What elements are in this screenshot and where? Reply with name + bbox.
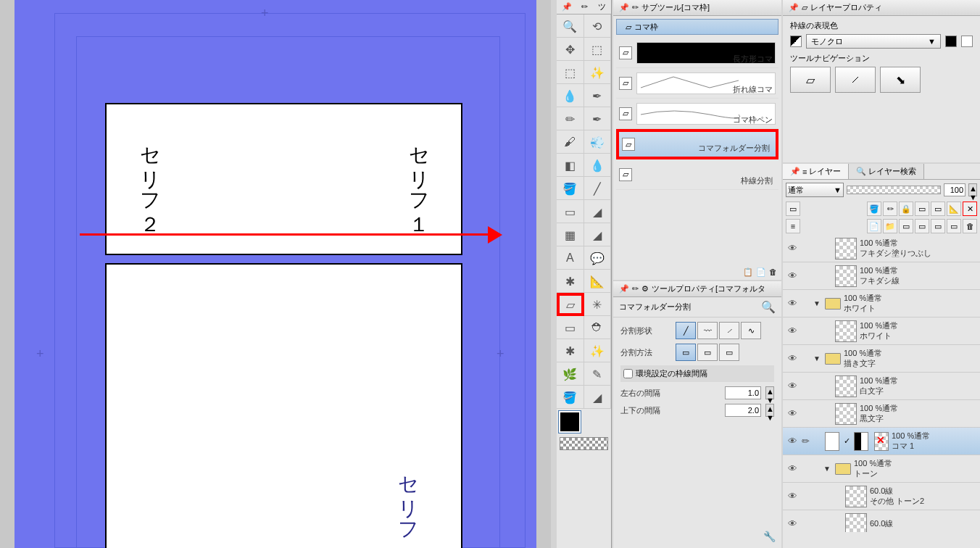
pin-icon[interactable]: 📌 <box>619 284 629 294</box>
nav-btn-2[interactable]: ⟋ <box>835 67 876 93</box>
layer-btn[interactable]: ▭ <box>786 202 800 216</box>
transparent-color[interactable] <box>560 437 608 450</box>
comic-panel-2[interactable]: セリフ <box>105 263 462 548</box>
marquee-tool[interactable]: ⬚ <box>557 61 584 84</box>
tb-spinner[interactable]: ▲▼ <box>765 404 774 417</box>
shape-free-btn[interactable]: ∿ <box>741 322 761 339</box>
layer-btn[interactable]: ≡ <box>786 219 800 233</box>
visibility-toggle[interactable]: 👁 <box>786 380 799 393</box>
blend-tool[interactable]: 💧 <box>584 154 612 177</box>
black-swatch[interactable] <box>945 36 957 47</box>
shape-line-btn[interactable]: ╱ <box>676 322 696 339</box>
nav-btn-1[interactable]: ▱ <box>790 67 831 93</box>
checkbox[interactable] <box>623 369 633 378</box>
visibility-toggle[interactable]: 👁 <box>786 490 799 503</box>
layer-btn-lock[interactable]: 🔒 <box>899 202 913 216</box>
new-layer-btn[interactable]: 📄 <box>867 219 881 233</box>
tool-b[interactable]: ◢ <box>584 200 612 223</box>
comic-panel-1[interactable]: セリフ１ セリフ２ <box>105 103 462 255</box>
text-serif-2[interactable]: セリフ２ <box>136 133 163 223</box>
airbrush-tool[interactable]: 💨 <box>584 130 612 154</box>
layer-btn-b[interactable]: ▭ <box>931 202 945 216</box>
new-folder-btn[interactable]: 📁 <box>883 219 897 233</box>
nav-btn-3[interactable]: ⬊ <box>880 67 921 93</box>
visibility-toggle[interactable]: 👁 <box>786 325 799 338</box>
subtool-category[interactable]: ▱ コマ枠 <box>616 19 778 35</box>
layer-item[interactable]: 👁60.0線 <box>783 510 980 532</box>
layer-item[interactable]: 👁✏✓100 %通常コマ 1 <box>783 428 980 455</box>
shape-curve-btn[interactable]: ⟋ <box>719 322 739 339</box>
layer-btn-pen[interactable]: ✏ <box>883 202 897 216</box>
foreground-color[interactable] <box>559 411 581 433</box>
method-btn-2[interactable]: ▭ <box>697 344 718 361</box>
fill-tool[interactable]: 🪣 <box>557 177 584 200</box>
clipboard-icon[interactable]: 📋 <box>743 267 753 277</box>
layer-btn-x[interactable]: ✕ <box>963 202 977 216</box>
layer-btn[interactable]: ▭ <box>915 219 929 233</box>
balloon-tool[interactable]: 💬 <box>584 246 612 270</box>
visibility-toggle[interactable]: 👁 <box>786 435 799 448</box>
layer-tree[interactable]: 👁100 %通常フキダシ塗りつぶし👁100 %通常フキダシ線👁▼100 %通常ホ… <box>783 235 980 532</box>
pin-icon[interactable]: 📌 <box>789 3 799 12</box>
color-mode-dropdown[interactable]: モノクロ ▼ <box>806 34 941 49</box>
pin-icon[interactable]: 📌 <box>619 3 629 12</box>
canvas-area[interactable]: + + + セリフ１ セリフ２ セリフ <box>0 0 551 548</box>
hat-tool[interactable]: ⛑ <box>584 316 612 339</box>
subtool-rect-frame[interactable]: ▱ 長方形コマ <box>616 38 778 68</box>
layer-item[interactable]: 👁▼100 %通常トーン <box>783 455 980 483</box>
text-tool[interactable]: A <box>557 246 584 270</box>
tb-input[interactable] <box>725 404 761 417</box>
visibility-toggle[interactable]: 👁 <box>786 270 799 283</box>
layer-item[interactable]: 👁100 %通常フキダシ塗りつぶし <box>783 235 980 262</box>
opacity-input[interactable] <box>944 183 966 196</box>
gradient-tool[interactable]: ▦ <box>557 223 584 246</box>
layer-item[interactable]: 👁▼100 %通常ホワイト <box>783 290 980 317</box>
eyedropper-tool[interactable]: 💧 <box>557 84 584 107</box>
pin-icon[interactable]: 📌 <box>562 2 572 12</box>
lr-input[interactable] <box>725 386 761 399</box>
wrench-icon[interactable]: 🔧 <box>763 531 776 542</box>
layer-search-tab[interactable]: 🔍 レイヤー検索 <box>849 164 924 179</box>
pencil-tool[interactable]: ✏ <box>557 107 584 130</box>
effect2-tool[interactable]: ✳ <box>584 293 611 316</box>
trash-btn[interactable]: 🗑 <box>963 219 977 233</box>
magnifier-icon[interactable]: 🔍 <box>761 300 776 314</box>
pen-tool[interactable]: ✒ <box>584 84 612 107</box>
layer-item[interactable]: 👁100 %通常白文字 <box>783 373 980 400</box>
visibility-toggle[interactable]: 👁 <box>786 462 799 476</box>
subtool-polyline-frame[interactable]: ▱ 折れ線コマ <box>616 68 778 99</box>
layer-item[interactable]: 👁60.0線その他 トーン2 <box>783 483 980 510</box>
layer-btn[interactable]: ▭ <box>947 219 961 233</box>
layer-btn-ruler[interactable]: 📐 <box>947 202 961 216</box>
subtool-border-divide[interactable]: ▱ 枠線分割 <box>616 159 778 190</box>
brush-tool[interactable]: 🖌 <box>557 130 584 154</box>
layer-item[interactable]: 👁100 %通常ホワイト <box>783 317 980 345</box>
line-tool[interactable]: ╱ <box>584 177 612 200</box>
text-serif-3[interactable]: セリフ <box>394 462 421 532</box>
method-btn-3[interactable]: ▭ <box>719 344 739 361</box>
tool-d[interactable]: ▭ <box>557 316 584 339</box>
env-spacing-checkbox[interactable]: 環境設定の枠線間隔 <box>620 365 774 382</box>
blend-mode-dropdown[interactable]: 通常 ▼ <box>786 183 844 197</box>
subtool-tab[interactable]: 📌 ✏ サブツール[コマ枠] <box>613 0 781 16</box>
method-btn-1[interactable]: ▭ <box>676 344 696 361</box>
tool-e[interactable]: ✱ <box>557 339 584 362</box>
tool-g[interactable]: 🌿 <box>557 362 584 386</box>
subtool-frame-pen[interactable]: ▱ コマ枠ペン <box>616 99 778 129</box>
eraser-tool[interactable]: ◧ <box>557 154 584 177</box>
tool-h[interactable]: ✎ <box>584 362 612 386</box>
white-swatch[interactable] <box>961 36 973 47</box>
tool-i[interactable]: 🪣 <box>557 386 584 409</box>
layer-btn-a[interactable]: ▭ <box>915 202 929 216</box>
visibility-toggle[interactable]: 👁 <box>786 407 799 420</box>
tool-f[interactable]: ✨ <box>584 339 612 362</box>
tool-c[interactable]: ◢ <box>584 223 612 246</box>
trash-icon[interactable]: 🗑 <box>769 267 777 277</box>
layer-btn-fill[interactable]: 🪣 <box>867 202 881 216</box>
opacity-slider[interactable] <box>847 186 941 194</box>
visibility-toggle[interactable]: 👁 <box>786 352 799 365</box>
lr-spinner[interactable]: ▲▼ <box>765 386 774 399</box>
operation-tool[interactable]: ⬚ <box>584 38 612 61</box>
frame-tool[interactable]: ▱ <box>557 293 584 316</box>
visibility-toggle[interactable]: 👁 <box>786 518 799 531</box>
